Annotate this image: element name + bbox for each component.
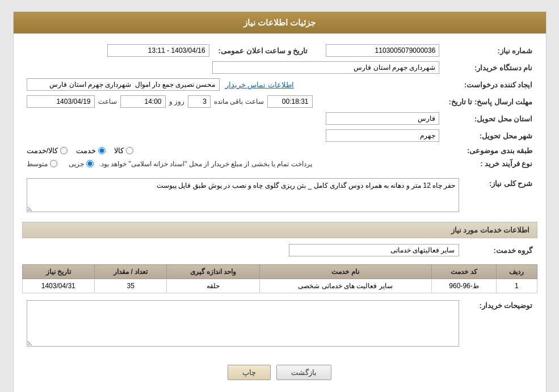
buyer-org-input[interactable]	[212, 61, 439, 74]
cell-date: 1403/04/31	[22, 279, 95, 293]
province-label: استان محل تحویل:	[444, 110, 537, 127]
buyer-org-label: نام دستگاه خریدار:	[444, 59, 537, 76]
service-group-input[interactable]	[289, 244, 459, 256]
print-button[interactable]: چاپ	[228, 365, 271, 380]
page-title: جزئیات اطلاعات نیاز	[14, 12, 546, 33]
deadline-time-label: ساعت	[98, 98, 117, 106]
category-goods-service-option[interactable]: کالا/خدمت	[27, 146, 68, 155]
process-partial-label: جزیی	[69, 160, 84, 168]
service-group-label: گروه خدمت:	[464, 242, 537, 259]
announcement-datetime-label: تاریخ و ساعت اعلان عمومی:	[214, 42, 320, 59]
services-table: ردیف کد خدمت نام خدمت واحد اندازه گیری ت…	[22, 264, 537, 293]
col-header-name: نام خدمت	[259, 265, 431, 279]
buyer-description-label: توضیحات خریدار:	[464, 298, 537, 351]
process-medium-option[interactable]: متوسط	[27, 160, 57, 168]
process-medium-label: متوسط	[27, 160, 48, 168]
need-number-label: شماره نیاز:	[444, 42, 537, 59]
need-description-textarea[interactable]: حفر چاه 12 متر و دهانه به همراه دوس گذار…	[27, 178, 459, 212]
category-service-radio[interactable]	[98, 147, 106, 154]
deadline-remaining-input[interactable]	[267, 95, 313, 108]
process-partial-radio[interactable]	[86, 160, 94, 167]
deadline-days-input[interactable]	[188, 95, 211, 108]
creator-input[interactable]	[27, 78, 220, 91]
city-input[interactable]	[326, 129, 439, 142]
process-partial-option[interactable]: جزیی	[69, 160, 94, 168]
process-label: نوع فرآیند خرید :	[444, 157, 537, 170]
deadline-time-input[interactable]	[120, 95, 166, 108]
col-header-date: تاریخ نیاز	[22, 265, 95, 279]
category-service-option[interactable]: خدمت	[76, 146, 106, 155]
back-button[interactable]: بازگشت	[276, 365, 331, 380]
cell-row: 1	[497, 279, 537, 293]
services-section-title: اطلاعات خدمات مورد نیاز	[22, 222, 537, 238]
category-goods-option[interactable]: کالا	[114, 146, 133, 155]
announcement-datetime-input[interactable]	[107, 44, 209, 57]
table-row: 1 ط-96-960 سایر فعالیت های خدماتی شخصی ح…	[22, 279, 537, 293]
buyer-description-textarea[interactable]	[27, 300, 459, 347]
category-goods-service-radio[interactable]	[60, 147, 68, 154]
process-note-text: پرداخت تمام یا بخشی از مبلغ خریدار از مح…	[99, 160, 312, 168]
col-header-quantity: تعداد / مقدار	[95, 265, 167, 279]
category-goods-label: کالا	[114, 146, 124, 155]
deadline-date-input[interactable]	[27, 95, 95, 108]
cell-unit: حلقه	[167, 279, 259, 293]
creator-contact-link[interactable]: اطلاعات تماس خریدار	[225, 81, 294, 89]
deadline-days-label: روز و	[169, 98, 184, 106]
category-goods-service-label: کالا/خدمت	[27, 146, 58, 155]
cell-code: ط-96-960	[431, 279, 497, 293]
col-header-code: کد خدمت	[431, 265, 497, 279]
deadline-remaining-label: ساعت باقی مانده	[214, 98, 264, 106]
col-header-unit: واحد اندازه گیری	[167, 265, 259, 279]
creator-label: ایجاد کننده درخواست:	[444, 76, 537, 93]
category-goods-radio[interactable]	[126, 147, 133, 154]
deadline-label: مهلت ارسال پاسخ: تا تاریخ:	[444, 93, 537, 110]
need-number-input[interactable]	[326, 44, 439, 57]
col-header-row: ردیف	[497, 265, 537, 279]
bottom-buttons: بازگشت چاپ	[22, 356, 537, 389]
province-input[interactable]	[326, 112, 439, 125]
need-description-label: شرح کلی نیاز:	[464, 176, 537, 216]
category-service-label: خدمت	[76, 146, 96, 155]
process-medium-radio[interactable]	[50, 160, 57, 167]
city-label: شهر محل تحویل:	[444, 127, 537, 144]
category-label: طبقه بندی موضوعی:	[444, 144, 537, 157]
cell-quantity: 35	[95, 279, 167, 293]
cell-name: سایر فعالیت های خدماتی شخصی	[259, 279, 431, 293]
